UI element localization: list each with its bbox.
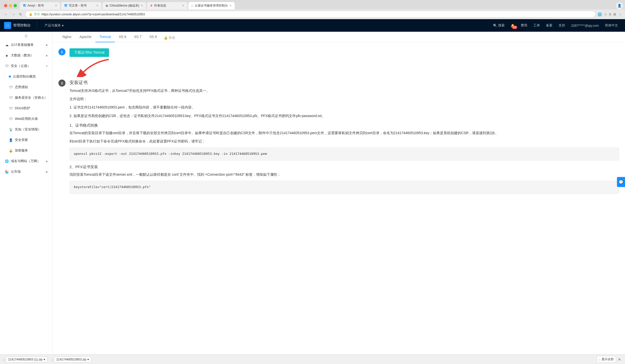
settings-icon[interactable]: ⚙ — [613, 12, 616, 16]
tab-close-4[interactable]: ✕ — [182, 4, 184, 7]
download-item-2[interactable]: 214174460510953.zip ▾ — [54, 356, 91, 362]
tab-apache[interactable]: Apache — [76, 32, 95, 42]
expand-icon-security: ▼ — [46, 65, 48, 67]
tab-iis6[interactable]: IIS 6 — [115, 32, 130, 42]
chat-widget[interactable]: 💬 — [617, 177, 625, 187]
notify-icon: 🔔 — [164, 36, 168, 40]
bookmark-icon[interactable]: ☆ — [604, 12, 607, 16]
tab-iis8-label: IIS 8 — [150, 35, 157, 39]
tab-notify[interactable]: 🔔 其他 — [161, 33, 178, 42]
dot-icon-overview — [9, 76, 11, 78]
sidebar-item-domain[interactable]: 🌐 域名与网站（万网） ▶ — [0, 156, 52, 166]
sidebar-item-security[interactable]: 🛡 安全（云盾） ▼ — [0, 61, 52, 71]
sidebar-item-market[interactable]: 🏪 云市场 ▶ — [0, 166, 52, 177]
sidebar-item-server-security[interactable]: 🛡 服务器安全（安骑士） — [0, 92, 52, 103]
browser-tab-1[interactable]: 简 Anoyi - 简书 ✕ — [20, 2, 60, 9]
step1-row: 1 下载证书for Tomcat — [58, 48, 619, 57]
sidebar-item-intelligence[interactable]: 📡 先知（安全情报） — [0, 124, 52, 135]
maximize-button[interactable] — [14, 4, 17, 7]
sidebar-label-crypto: 加密服务 — [15, 148, 28, 153]
tab-tomcat[interactable]: Tomcat — [95, 32, 115, 42]
tab-close-1[interactable]: ✕ — [55, 4, 57, 7]
section1-desc2: 到cert目录下执行如下命令完成PFX格式转换命令，此处要设置PFX证书密码，请… — [70, 138, 619, 144]
tomcat-desc: Tomcat支持JKS格式证书，从Tomcat7开始也支持PFX格式证书，两种证… — [70, 88, 619, 94]
logo-icon: □ — [7, 23, 9, 27]
sidebar-item-security-mgr[interactable]: 👤 安全管家 — [0, 135, 52, 145]
install-cert-title: 安装证书 — [70, 80, 619, 86]
file1-dropdown-icon: ▾ — [44, 358, 45, 361]
show-all-button[interactable]: ↓ 显示全部 — [597, 356, 616, 363]
sidebar: ||| ☁ 云计算基础服务 ▶ ◈ 大数据（数加） ▶ 🛡 安全（云盾） ▼ 云… — [0, 32, 52, 364]
address-bar[interactable]: 🔒 安全 https://yundun.console.aliyun.com/?… — [25, 11, 596, 18]
sidebar-label-domain: 域名与网站（万网） — [11, 159, 40, 163]
bottom-bar-close[interactable]: ✕ — [617, 356, 622, 362]
sidebar-item-situational[interactable]: 🛡 态势感知 — [0, 82, 52, 92]
logo-area: □ 管理控制台 — [4, 22, 37, 29]
address-bar-row: ← → ↻ 🔒 安全 https://yundun.console.aliyun… — [0, 9, 625, 19]
server-security-icon: 🛡 — [9, 96, 13, 100]
tab-other-label: 其他 — [168, 36, 175, 40]
browser-tab-2[interactable]: 简 写文章 - 简书 ✕ — [61, 2, 101, 9]
tab-nginx[interactable]: Nginx — [58, 32, 76, 42]
nav-cost[interactable]: 费用 — [518, 23, 530, 28]
nav-support[interactable]: 支持 — [555, 23, 568, 28]
tab-label-2: 写文章 - 简书 — [69, 4, 95, 8]
nav-user[interactable]: 2287*****@qq.com — [568, 24, 602, 27]
tab-iis7-label: IIS 7 — [134, 35, 142, 39]
crypto-icon: 🔒 — [9, 149, 13, 153]
tab-favicon-5: □ — [191, 4, 193, 8]
sidebar-item-waf[interactable]: 🛡 Web应用防火墙 — [0, 114, 52, 124]
download-item-1[interactable]: 214174460510953 (1).zip ▾ — [6, 356, 47, 362]
notification-badge: 94 — [512, 26, 517, 29]
security-mgr-icon: 👤 — [9, 138, 13, 142]
search-icon: 🔍 — [493, 24, 497, 27]
forward-button[interactable]: → — [11, 12, 16, 17]
nav-workorder[interactable]: 工单 — [530, 23, 543, 28]
sidebar-item-cloud-compute[interactable]: ☁ 云计算基础服务 ▶ — [0, 40, 52, 50]
notification-bell[interactable]: 🔔 94 — [508, 24, 518, 27]
tab-close-2[interactable]: ✕ — [96, 4, 98, 7]
nav-icp[interactable]: 备案 — [543, 23, 555, 28]
tab-close-5[interactable]: ✕ — [229, 4, 232, 7]
tab-tomcat-label: Tomcat — [99, 35, 111, 39]
tab-close-3[interactable]: ✕ — [141, 4, 143, 7]
browser-tab-5[interactable]: □ 云盾证书服务管理控制台 ✕ — [188, 2, 235, 9]
download-cert-button[interactable]: 下载证书for Tomcat — [70, 48, 109, 57]
tab-iis7[interactable]: IIS 7 — [130, 32, 146, 42]
sidebar-toggle[interactable]: ||| — [0, 32, 52, 40]
cloud-icon: ☁ — [5, 43, 9, 47]
tab-iis6-label: IIS 6 — [119, 35, 126, 39]
section1-title: 1、证书格式转换 — [70, 123, 619, 128]
secure-label: 安全 — [34, 12, 40, 16]
screen-cast-icon[interactable]: ⎘ — [609, 12, 611, 16]
browser-tab-4[interactable]: ✗ 作者信息 ✕ — [147, 2, 187, 9]
content-body: 1 下载证书for Tomcat 2 — [52, 42, 625, 208]
avatar-icon: 👤 — [617, 4, 621, 8]
sidebar-item-yunshield-overview[interactable]: 云盾控制台概览 — [0, 71, 52, 82]
domain-icon: 🌐 — [5, 159, 9, 163]
tab-label-5: 云盾证书服务管理控制台 — [195, 4, 228, 8]
sidebar-item-crypto[interactable]: 🔒 加密服务 — [0, 145, 52, 156]
search-button[interactable]: 🔍 搜索 — [490, 23, 508, 28]
translate-icon[interactable]: 🌐 — [598, 12, 602, 16]
tab-favicon-3: ⊙ — [106, 4, 108, 8]
nav-lang[interactable]: 简体中文 — [602, 23, 621, 28]
refresh-button[interactable]: ↻ — [18, 12, 23, 17]
back-button[interactable]: ← — [3, 12, 9, 17]
red-arrow-svg — [74, 57, 119, 77]
step1-content: 下载证书for Tomcat — [70, 48, 109, 57]
minimize-button[interactable] — [9, 4, 12, 7]
nav-products-services[interactable]: 产品与服务 ▾ — [41, 19, 67, 32]
sidebar-label-market: 云市场 — [11, 169, 21, 174]
chat-icon: 💬 — [618, 180, 623, 185]
sidebar-item-bigdata[interactable]: ◈ 大数据（数加） ▶ — [0, 50, 52, 61]
tab-iis8[interactable]: IIS 8 — [146, 32, 161, 42]
browser-tab-3[interactable]: ⊙ ChinaSilence (杨远东) ✕ — [102, 2, 146, 9]
sidebar-label-intelligence: 先知（安全情报） — [15, 127, 41, 132]
management-console-label: 管理控制台 — [13, 23, 31, 28]
close-button[interactable] — [4, 4, 7, 7]
sidebar-item-ddos[interactable]: 🛡 DDoS防护 — [0, 103, 52, 114]
bottom-bar: ↓ 214174460510953 (1).zip ▾ ↓ 2141744605… — [0, 354, 625, 364]
menu-icon[interactable]: ⋮ — [618, 12, 622, 16]
user-avatar[interactable]: 👤 — [616, 2, 623, 9]
